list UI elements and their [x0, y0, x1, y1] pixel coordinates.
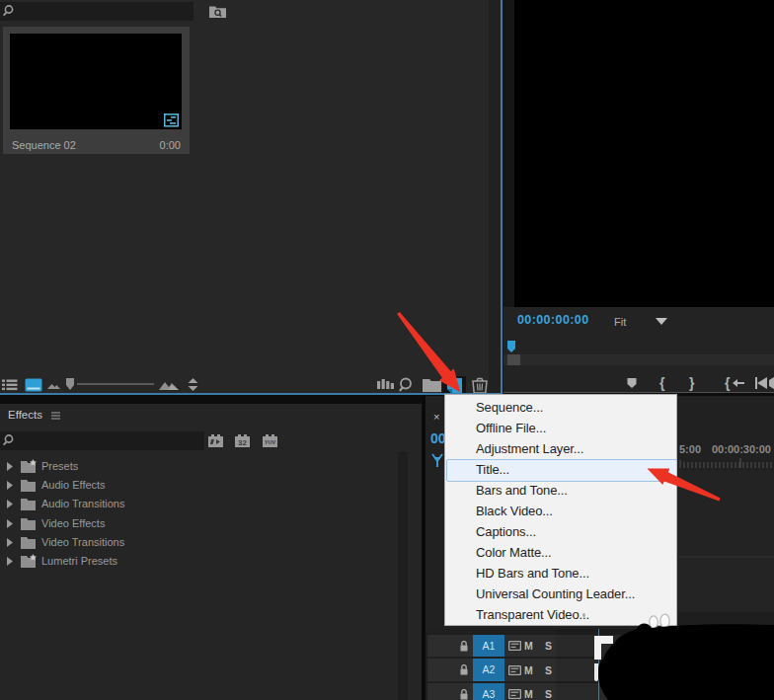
svg-text:YUV: YUV: [265, 439, 276, 445]
svg-text:32: 32: [238, 438, 247, 447]
